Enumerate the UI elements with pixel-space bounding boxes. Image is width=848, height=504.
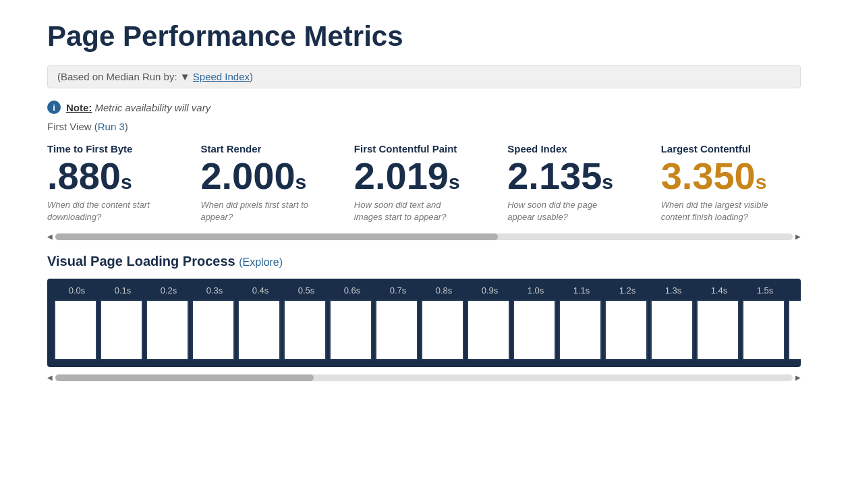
filmstrip-container: 0.0s0.1s0.2s0.3s0.4s0.5s0.6s0.7s0.8s0.9s… bbox=[47, 279, 801, 367]
metric-label-speed-index: Speed Index bbox=[507, 143, 647, 155]
metric-col-fcp: First Contentful Paint2.019sHow soon did… bbox=[354, 143, 507, 223]
filmstrip-frames bbox=[54, 300, 794, 360]
filmstrip-timestamp: 0.1s bbox=[100, 285, 146, 296]
metric-desc-fcp: How soon did text and images start to ap… bbox=[354, 199, 469, 223]
median-suffix: ) bbox=[250, 71, 253, 82]
metric-col-start-render: Start Render2.000sWhen did pixels first … bbox=[200, 143, 354, 223]
filmstrip-frame bbox=[421, 300, 464, 360]
filmstrip-frame bbox=[467, 300, 510, 360]
metric-desc-lcp: When did the largest visible content fin… bbox=[661, 199, 776, 223]
bottom-scrollbar[interactable]: ◀ ▶ bbox=[47, 374, 801, 381]
metrics-scrollbar[interactable]: ◀ ▶ bbox=[47, 233, 801, 240]
note-bar: i Note: Metric availability will vary bbox=[47, 101, 801, 114]
scroll-thumb bbox=[55, 233, 498, 240]
filmstrip-frame bbox=[696, 300, 739, 360]
note-label: Note: bbox=[66, 102, 92, 113]
filmstrip-frame bbox=[329, 300, 372, 360]
metric-value-ttfb: .880s bbox=[47, 157, 187, 195]
metric-col-ttfb: Time to First Byte.880sWhen did the cont… bbox=[47, 143, 200, 223]
metric-desc-speed-index: How soon did the page appear usable? bbox=[507, 199, 622, 223]
metric-label-start-render: Start Render bbox=[200, 143, 340, 155]
filmstrip-frame bbox=[604, 300, 648, 360]
bottom-scroll-right-arrow[interactable]: ▶ bbox=[795, 374, 801, 381]
metric-value-fcp: 2.019s bbox=[354, 157, 494, 195]
median-bar: (Based on Median Run by: ▼ Speed Index) bbox=[47, 65, 801, 88]
filmstrip-timestamp: 1.0s bbox=[513, 285, 559, 296]
filmstrip-frame bbox=[100, 300, 143, 360]
filmstrip-frame bbox=[650, 300, 694, 360]
metric-col-lcp: Largest Contentful3.350sWhen did the lar… bbox=[661, 143, 801, 223]
bottom-scroll-left-arrow[interactable]: ◀ bbox=[47, 374, 53, 381]
explore-link[interactable]: (Explore) bbox=[239, 256, 283, 268]
filmstrip-frame bbox=[513, 300, 556, 360]
metric-label-lcp: Largest Contentful bbox=[661, 143, 801, 155]
metric-value-speed-index: 2.135s bbox=[507, 157, 647, 195]
filmstrip-timestamp: 0.7s bbox=[375, 285, 421, 296]
filmstrip-labels: 0.0s0.1s0.2s0.3s0.4s0.5s0.6s0.7s0.8s0.9s… bbox=[54, 285, 794, 296]
page-container: Page Performance Metrics (Based on Media… bbox=[0, 0, 848, 395]
filmstrip-frame bbox=[283, 300, 327, 360]
filmstrip-timestamp: 1.2s bbox=[604, 285, 650, 296]
filmstrip-timestamp: 1.3s bbox=[650, 285, 696, 296]
note-text: Note: Metric availability will vary bbox=[66, 102, 210, 113]
metrics-row: Time to First Byte.880sWhen did the cont… bbox=[47, 143, 801, 223]
filmstrip-frame bbox=[742, 300, 785, 360]
filmstrip-frame bbox=[788, 300, 801, 360]
metric-label-ttfb: Time to First Byte bbox=[47, 143, 187, 155]
scroll-track[interactable] bbox=[55, 233, 793, 240]
metric-desc-ttfb: When did the content start downloading? bbox=[47, 199, 162, 223]
metric-value-start-render: 2.000s bbox=[200, 157, 340, 195]
median-prefix: (Based on Median Run by: bbox=[57, 71, 180, 82]
median-arrow: ▼ bbox=[180, 71, 190, 82]
filmstrip-timestamp: 0.2s bbox=[146, 285, 192, 296]
filmstrip-timestamp: 0.6s bbox=[329, 285, 375, 296]
filmstrip-timestamp: 0.8s bbox=[421, 285, 467, 296]
filmstrip-frame bbox=[54, 300, 97, 360]
metrics-scroll-area[interactable]: Time to First Byte.880sWhen did the cont… bbox=[47, 143, 801, 223]
metric-label-fcp: First Contentful Paint bbox=[354, 143, 494, 155]
filmstrip-timestamp: 1.5s bbox=[742, 285, 788, 296]
filmstrip-frame bbox=[237, 300, 281, 360]
filmstrip-timestamp: 0.5s bbox=[283, 285, 329, 296]
run-link[interactable]: Run 3 bbox=[98, 121, 125, 132]
filmstrip-timestamp: 0.4s bbox=[237, 285, 283, 296]
first-view-label: First View (Run 3) bbox=[47, 121, 801, 132]
filmstrip-timestamp: 0.0s bbox=[54, 285, 100, 296]
page-title: Page Performance Metrics bbox=[47, 20, 801, 53]
filmstrip-timestamp: 1.1s bbox=[559, 285, 604, 296]
filmstrip-frame bbox=[559, 300, 602, 360]
scroll-left-arrow[interactable]: ◀ bbox=[47, 233, 53, 240]
filmstrip-frame bbox=[192, 300, 235, 360]
info-icon: i bbox=[47, 101, 61, 114]
bottom-scroll-track[interactable] bbox=[55, 374, 793, 381]
note-message: Metric availability will vary bbox=[95, 102, 211, 113]
metric-desc-start-render: When did pixels first start to appear? bbox=[200, 199, 315, 223]
filmstrip-frame bbox=[146, 300, 189, 360]
metric-col-speed-index: Speed Index2.135sHow soon did the page a… bbox=[507, 143, 660, 223]
filmstrip-timestamp: 0.3s bbox=[192, 285, 237, 296]
filmstrip-timestamp: 0.9s bbox=[467, 285, 513, 296]
visual-loading-title: Visual Page Loading Process (Explore) bbox=[47, 254, 801, 269]
scroll-right-arrow[interactable]: ▶ bbox=[795, 233, 801, 240]
filmstrip-frame bbox=[375, 300, 418, 360]
metric-value-lcp: 3.350s bbox=[661, 157, 801, 195]
filmstrip-timestamp: 1.6s bbox=[788, 285, 801, 296]
speed-index-link[interactable]: Speed Index bbox=[193, 71, 250, 82]
filmstrip-timestamp: 1.4s bbox=[696, 285, 742, 296]
bottom-scroll-thumb bbox=[55, 374, 314, 381]
